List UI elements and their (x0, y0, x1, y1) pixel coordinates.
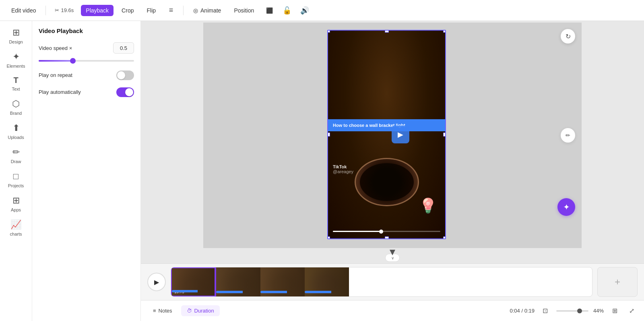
notes-btn[interactable]: ≡ Notes (147, 305, 178, 316)
flip-label: Flip (147, 7, 156, 14)
volume-btn[interactable]: 🔊 (297, 3, 312, 18)
crop-label: Crop (122, 7, 134, 14)
clip-blue-bar-2 (216, 291, 260, 293)
handle-mid-left[interactable] (327, 133, 330, 137)
speed-input[interactable] (113, 42, 134, 54)
timeline-clip-2[interactable] (216, 267, 260, 296)
transparency-btn[interactable]: ⬛ (262, 3, 277, 18)
duration-btn[interactable]: ⏱ Duration (181, 305, 220, 316)
edit-fab[interactable]: ✏ (561, 128, 575, 143)
position-btn[interactable]: Position (229, 5, 259, 16)
top-toolbar: Edit video ✂ 19.6s Playback Crop Flip ≡ … (0, 0, 644, 21)
notes-label: Notes (159, 308, 172, 314)
magic-fab[interactable]: ✦ (557, 198, 575, 216)
zoom-slider[interactable] (556, 310, 588, 312)
repeat-control-row: Play on repeat (39, 70, 134, 80)
speed-slider[interactable] (39, 60, 134, 62)
handle-top-left[interactable] (327, 30, 330, 33)
video-play-btn[interactable]: ▶ (392, 126, 409, 143)
repeat-toggle[interactable] (116, 70, 134, 80)
video-progress-bar[interactable] (333, 231, 440, 232)
zoom-label: 44% (593, 308, 604, 314)
timeline-row: ▶ 19.7s (141, 264, 644, 300)
collapse-row: ∨ (141, 250, 644, 263)
tiktok-handle: @areagey (333, 169, 353, 174)
panel-title: Video Playback (39, 27, 134, 34)
tiktok-name: TikTok (333, 164, 353, 169)
handle-bot-right[interactable] (443, 236, 446, 239)
sidebar-item-charts[interactable]: 📈 charts (2, 216, 30, 240)
scissors-duration[interactable]: ✂ 19.6s (51, 5, 78, 16)
handle-bot-left[interactable] (327, 236, 330, 239)
sidebar-item-elements[interactable]: ✦ Elements (2, 48, 30, 72)
menu-btn[interactable]: ≡ (164, 3, 178, 18)
main-area: ⊞ Design ✦ Elements T Text ⬡ Brand ⬆ Upl… (0, 21, 644, 321)
notes-icon: ≡ (153, 308, 156, 314)
time-current: 0:04 (510, 308, 520, 314)
canvas-area: How to choose a wall bracket light ▶ Tik… (141, 21, 644, 321)
edit-video-btn[interactable]: Edit video (6, 5, 41, 16)
handle-top-mid[interactable] (385, 30, 389, 33)
playback-btn[interactable]: Playback (81, 5, 114, 16)
draw-icon: ✏ (12, 147, 20, 157)
video-element[interactable]: How to choose a wall bracket light ▶ Tik… (327, 30, 446, 239)
sidebar-item-projects[interactable]: □ Projects (2, 168, 30, 191)
flip-btn[interactable]: Flip (142, 5, 161, 16)
handle-mid-right[interactable] (443, 133, 446, 137)
lock-btn[interactable]: 🔓 (280, 3, 294, 18)
zoom-thumb[interactable] (577, 309, 582, 313)
projects-icon: □ (13, 171, 19, 182)
clip-blue-bar-4 (305, 291, 349, 293)
autoplay-toggle[interactable] (116, 87, 134, 97)
expand-btn[interactable]: ⤢ (625, 305, 638, 317)
handle-bot-mid[interactable] (385, 236, 389, 239)
sidebar-item-brand[interactable]: ⬡ Brand (2, 95, 30, 119)
uploads-icon: ⬆ (12, 123, 20, 133)
brand-label: Brand (10, 111, 22, 116)
design-icon: ⊞ (12, 27, 20, 38)
draw-label: Draw (11, 159, 21, 164)
handle-top-right[interactable] (443, 30, 446, 33)
canvas-background: How to choose a wall bracket light ▶ Tik… (203, 23, 582, 248)
timeline-marker-head (390, 250, 395, 255)
uploads-label: Uploads (8, 135, 24, 140)
tiktok-label: TikTok @areagey (333, 164, 353, 174)
add-clip-btn[interactable]: + (597, 267, 638, 297)
coffee-bowl (355, 158, 419, 206)
sidebar-item-draw[interactable]: ✏ Draw (2, 144, 30, 167)
projects-label: Projects (8, 183, 24, 188)
sidebar-item-apps[interactable]: ⊞ Apps (2, 192, 30, 215)
lightbulb-icon: 💡 (419, 197, 437, 214)
speed-slider-thumb[interactable] (70, 58, 76, 64)
duration-label: Duration (194, 308, 214, 314)
timeline-play-btn[interactable]: ▶ (147, 273, 166, 291)
canvas-viewport[interactable]: How to choose a wall bracket light ▶ Tik… (141, 21, 644, 250)
timeline-clips: 19.7s (171, 267, 592, 297)
apps-icon: ⊞ (12, 195, 20, 206)
animate-btn[interactable]: ◎ Animate (188, 5, 226, 16)
video-playback-panel: Video Playback Video speed × Play on rep… (32, 21, 141, 321)
speed-label: Video speed × (39, 45, 72, 51)
sidebar-item-text[interactable]: T Text (2, 72, 30, 95)
crop-btn[interactable]: Crop (117, 5, 138, 16)
repeat-label: Play on repeat (39, 72, 72, 78)
time-total: 0:19 (524, 308, 535, 314)
timeline-clip-4[interactable] (305, 267, 349, 296)
fit-view-btn[interactable]: ⊡ (539, 305, 551, 317)
sidebar-item-uploads[interactable]: ⬆ Uploads (2, 120, 30, 143)
sidebar-item-design[interactable]: ⊞ Design (2, 24, 30, 48)
repeat-toggle-wrapper (116, 70, 134, 80)
refresh-fab[interactable]: ↻ (561, 29, 575, 43)
toolbar-divider-2 (183, 6, 184, 15)
time-separator: / (521, 308, 524, 314)
charts-icon: 📈 (10, 220, 21, 230)
apps-label: Apps (11, 207, 21, 212)
left-nav: ⊞ Design ✦ Elements T Text ⬡ Brand ⬆ Upl… (0, 21, 32, 321)
text-icon: T (13, 76, 18, 85)
timeline-clip-3[interactable] (260, 267, 305, 296)
grid-view-btn[interactable]: ⊞ (609, 305, 621, 317)
clip-blue-bar-3 (260, 291, 305, 293)
timeline-clip-1[interactable]: 19.7s (171, 267, 215, 296)
duration-value: 19.6s (61, 7, 74, 13)
playback-label: Playback (86, 7, 109, 14)
